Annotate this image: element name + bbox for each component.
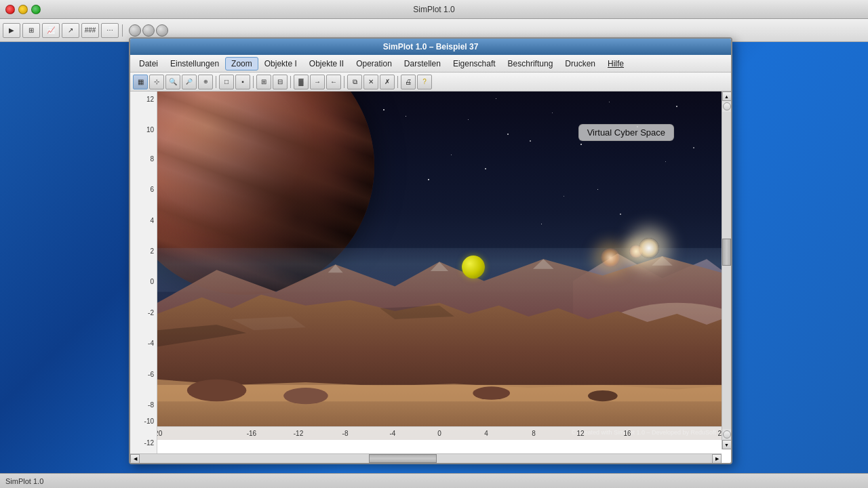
arrow-left-tool[interactable]: ← [326, 75, 341, 89]
star [676, 106, 677, 107]
dots-button[interactable]: ⋯ [101, 23, 119, 38]
status-text: SimPlot 1.0 [5, 477, 43, 485]
terrain [157, 248, 722, 440]
simplot-window: SimPlot 1.0 – Beispiel 37 Datei Einstell… [129, 37, 732, 464]
y-label-8: 8 [150, 155, 154, 162]
window-titlebar: SimPlot 1.0 – Beispiel 37 [130, 39, 731, 55]
cross2-tool[interactable]: ✗ [380, 75, 395, 89]
menu-beschriftung[interactable]: Beschriftung [502, 57, 559, 70]
circle-button-2[interactable] [142, 24, 155, 37]
maximize-button[interactable] [31, 5, 41, 14]
menu-darstellen[interactable]: Darstellen [398, 57, 447, 70]
pointer-tool[interactable]: ⊹ [149, 75, 164, 89]
right-scrollbar[interactable]: ▲ ▼ [722, 92, 731, 449]
arrow-right-tool[interactable]: → [310, 75, 325, 89]
copy-tool[interactable]: ⧉ [347, 75, 362, 89]
terrain-svg [157, 248, 722, 440]
star [451, 155, 452, 155]
menu-datei[interactable]: Datei [133, 57, 164, 70]
zoom-in-small[interactable]: 🔎 [182, 75, 197, 89]
scroll-track-bottom [140, 454, 712, 463]
grid2-tool[interactable]: ⊟ [273, 75, 288, 89]
col-tool[interactable]: ▓ [294, 75, 309, 89]
menu-bar: Datei Einstellungen Zoom Objekte I Objek… [130, 55, 731, 73]
y-label-2: 2 [150, 247, 154, 254]
minimize-button[interactable] [18, 5, 28, 14]
y-axis: 12 10 8 6 4 2 0 -2 -4 -6 -8 -10 -12 [130, 92, 157, 453]
scroll-dot-mid[interactable] [723, 430, 731, 439]
plot-sep-4 [344, 76, 344, 88]
scroll-thumb-bottom[interactable] [369, 454, 437, 463]
x-label-12: 12 [576, 430, 584, 437]
scroll-down-arrow[interactable]: ▼ [722, 440, 732, 449]
star [564, 196, 564, 197]
x-axis: -20 -16 -12 -8 -4 0 4 8 12 16 20 [157, 426, 722, 440]
play-button[interactable]: ▶ [3, 23, 20, 38]
menu-drucken[interactable]: Drucken [559, 57, 601, 70]
y-label-n6: -6 [148, 370, 154, 378]
star [507, 134, 509, 135]
x-label-16: 16 [623, 430, 631, 437]
grid-tool[interactable]: ⊞ [256, 75, 271, 89]
star [580, 144, 582, 145]
scroll-track-right [722, 112, 731, 429]
zoom-out-tool[interactable]: 🔍 [165, 75, 180, 89]
star [665, 161, 666, 162]
y-label-n8: -8 [148, 401, 154, 408]
svg-point-16 [283, 388, 328, 404]
print-tool[interactable]: 🖨 [401, 75, 416, 89]
x-label-n20: -20 [157, 430, 162, 437]
star [693, 147, 694, 148]
grid-button[interactable]: ⊞ [22, 23, 40, 38]
toolbar-separator-1 [122, 24, 123, 37]
circle-button-3[interactable] [156, 24, 168, 37]
rect-tool[interactable]: □ [219, 75, 234, 89]
close-button[interactable] [5, 5, 15, 14]
scroll-thumb-right[interactable] [722, 239, 731, 266]
plot-sep-1 [216, 76, 216, 88]
zoom-in-large[interactable]: ⊕ [198, 75, 213, 89]
arrow-button[interactable]: ↗ [62, 23, 79, 38]
plot-toolbar: ▦ ⊹ 🔍 🔎 ⊕ □ ▪ ⊞ ⊟ ▓ → ← ⧉ ✕ ✗ 🖨 ? [130, 73, 731, 92]
hash-button[interactable]: ### [81, 23, 99, 38]
cross1-tool[interactable]: ✕ [363, 75, 378, 89]
menu-hilfe[interactable]: Hilfe [601, 57, 630, 70]
bottom-scrollbar[interactable]: ◀ ▶ [130, 453, 722, 463]
cyber-space-label: Virtual Cyber Space [578, 124, 674, 141]
star [406, 116, 406, 117]
y-label-4: 4 [150, 216, 154, 224]
help-tool[interactable]: ? [417, 75, 432, 89]
plot-sep-3 [290, 76, 291, 88]
menu-einstellungen[interactable]: Einstellungen [164, 57, 225, 70]
circle-button-1[interactable] [129, 24, 141, 37]
rect-fill-tool[interactable]: ▪ [235, 75, 250, 89]
star [496, 98, 496, 99]
y-label-n4: -4 [148, 340, 154, 347]
star [530, 140, 531, 142]
menu-operation[interactable]: Operation [350, 57, 398, 70]
star [597, 189, 598, 190]
star [485, 168, 486, 169]
scroll-right-arrow[interactable]: ▶ [712, 454, 722, 464]
window-controls[interactable] [5, 5, 41, 14]
main-canvas[interactable]: Virtual Cyber Space © Created with SimPl… [157, 92, 722, 440]
plot-sep-5 [397, 76, 398, 88]
menu-objekte1[interactable]: Objekte I [258, 57, 303, 70]
scroll-left-arrow[interactable]: ◀ [130, 454, 140, 464]
star [468, 119, 469, 120]
star [383, 109, 384, 110]
scroll-up-arrow[interactable]: ▲ [722, 92, 732, 101]
plot-content-area: 12 10 8 6 4 2 0 -2 -4 -6 -8 -10 -12 [130, 92, 722, 453]
x-label-0: 0 [437, 430, 441, 437]
menu-eigenschaft[interactable]: Eigenschaft [447, 57, 502, 70]
menu-objekte2[interactable]: Objekte II [303, 57, 350, 70]
svg-point-15 [187, 380, 247, 401]
svg-point-17 [473, 387, 510, 400]
y-label-12: 12 [146, 95, 154, 102]
select-tool[interactable]: ▦ [133, 75, 148, 89]
chart-button[interactable]: 📈 [42, 23, 60, 38]
menu-zoom[interactable]: Zoom [225, 57, 258, 70]
star [609, 102, 610, 102]
star [620, 214, 621, 215]
scroll-dot-top[interactable] [723, 102, 731, 110]
